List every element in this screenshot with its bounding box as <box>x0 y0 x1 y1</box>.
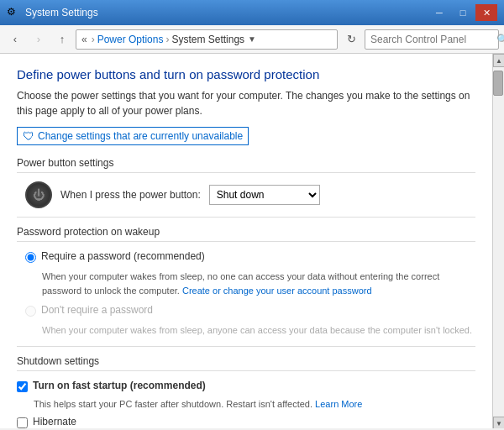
page-subtitle: Choose the power settings that you want … <box>17 88 475 118</box>
power-button-dropdown[interactable]: Shut down Sleep Hibernate Turn off the d… <box>209 185 320 205</box>
fast-startup-checkbox[interactable] <box>17 381 28 392</box>
minimize-button[interactable]: ─ <box>428 4 450 21</box>
require-password-label: Require a password (recommended) <box>41 250 205 262</box>
search-input[interactable] <box>370 34 496 45</box>
breadcrumb-power-options[interactable]: Power Options <box>97 34 164 45</box>
content-area: Define power buttons and turn on passwor… <box>0 54 492 428</box>
shutdown-settings-section: Shutdown settings Turn on fast startup (… <box>17 355 475 429</box>
learn-more-link[interactable]: Learn More <box>315 399 362 409</box>
breadcrumb-home[interactable]: « <box>81 34 87 45</box>
scroll-up-arrow[interactable]: ▲ <box>493 54 504 67</box>
require-password-option: Require a password (recommended) <box>25 250 475 263</box>
maximize-button[interactable]: □ <box>452 4 474 21</box>
fast-startup-desc: This helps start your PC faster after sh… <box>34 397 475 412</box>
breadcrumb-sep1: › <box>92 34 95 45</box>
change-settings-link[interactable]: 🛡 Change settings that are currently una… <box>17 127 249 145</box>
up-button[interactable]: ↑ <box>52 29 72 50</box>
nav-bar: ‹ › ↑ « › Power Options › System Setting… <box>0 25 504 54</box>
search-bar: 🔍 <box>365 29 499 50</box>
create-password-link[interactable]: Create or change your user account passw… <box>182 286 372 296</box>
forward-button[interactable]: › <box>29 29 49 50</box>
hibernate-item: Hibernate <box>17 416 475 428</box>
refresh-button[interactable]: ↻ <box>341 29 361 50</box>
app-icon: ⚙ <box>7 6 20 19</box>
divider-2 <box>17 346 475 347</box>
hibernate-checkbox[interactable] <box>17 417 28 428</box>
no-password-label: Don't require a password <box>41 304 153 316</box>
fast-startup-label: Turn on fast startup (recommended) <box>33 380 206 391</box>
password-protection-section: Password protection on wakeup Require a … <box>17 226 475 338</box>
password-radio-group: Require a password (recommended) When yo… <box>17 250 475 338</box>
shield-icon: 🛡 <box>23 129 34 143</box>
main-container: Define power buttons and turn on passwor… <box>0 54 504 428</box>
title-bar: ⚙ System Settings ─ □ ✕ <box>0 0 504 25</box>
require-password-desc: When your computer wakes from sleep, no … <box>42 270 475 297</box>
power-button-label: When I press the power button: <box>60 189 201 201</box>
fast-startup-item: Turn on fast startup (recommended) <box>17 380 475 392</box>
breadcrumb-dropdown-arrow[interactable]: ▼ <box>248 34 256 44</box>
change-settings-label: Change settings that are currently unava… <box>38 130 243 142</box>
shutdown-section-header: Shutdown settings <box>17 355 475 371</box>
scrollbar[interactable]: ▲ ▼ <box>492 54 504 428</box>
no-password-option: Don't require a password <box>25 304 475 317</box>
page-title: Define power buttons and turn on passwor… <box>17 67 475 81</box>
power-button-icon: ⏻ <box>25 181 52 208</box>
search-icon[interactable]: 🔍 <box>496 34 504 45</box>
require-password-radio[interactable] <box>25 252 36 263</box>
scroll-thumb[interactable] <box>493 71 503 96</box>
back-button[interactable]: ‹ <box>5 29 25 50</box>
scroll-track[interactable] <box>493 67 504 417</box>
breadcrumb-sep2: › <box>165 34 169 45</box>
no-password-radio[interactable] <box>25 306 36 317</box>
window-title: System Settings <box>25 7 98 18</box>
breadcrumb: « › Power Options › System Settings ▼ <box>76 29 338 50</box>
close-button[interactable]: ✕ <box>475 4 497 21</box>
power-button-section-header: Power button settings <box>17 157 475 173</box>
divider-1 <box>17 217 475 218</box>
no-password-desc: When your computer wakes from sleep, any… <box>42 323 475 338</box>
hibernate-label: Hibernate <box>33 416 76 427</box>
power-button-row: ⏻ When I press the power button: Shut do… <box>17 181 475 208</box>
password-section-header: Password protection on wakeup <box>17 226 475 242</box>
breadcrumb-current: System Settings <box>171 34 244 45</box>
scroll-down-arrow[interactable]: ▼ <box>493 417 504 428</box>
